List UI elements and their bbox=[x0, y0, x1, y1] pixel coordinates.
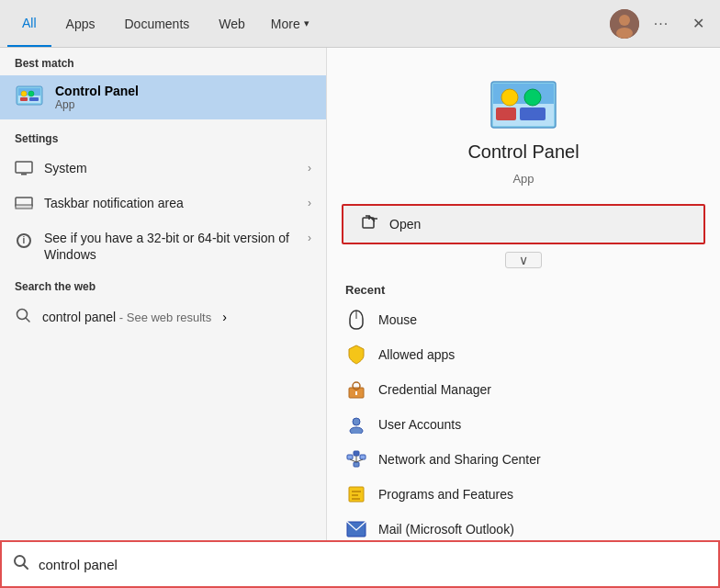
settings-item-bitness[interactable]: i See if you have a 32-bit or 64-bit ver… bbox=[0, 220, 326, 271]
user-icon bbox=[345, 413, 367, 435]
svg-rect-30 bbox=[355, 391, 357, 395]
settings-item-taskbar[interactable]: Taskbar notification area › bbox=[0, 186, 326, 220]
svg-line-46 bbox=[24, 565, 28, 570]
svg-rect-35 bbox=[360, 455, 366, 459]
content-area: Best match Control Panel bbox=[0, 48, 720, 540]
network-icon bbox=[345, 448, 367, 470]
tab-more[interactable]: More ▾ bbox=[260, 0, 321, 47]
tab-bar: All Apps Documents Web More ▾ bbox=[0, 0, 720, 48]
header-actions: ··· ✕ bbox=[610, 9, 713, 39]
svg-rect-34 bbox=[347, 455, 353, 459]
chevron-right-icon: › bbox=[308, 162, 311, 175]
recent-item-user-accounts[interactable]: User Accounts bbox=[345, 407, 702, 442]
best-match-label: Best match bbox=[0, 48, 326, 75]
svg-point-32 bbox=[350, 427, 363, 434]
svg-rect-41 bbox=[352, 491, 361, 492]
control-panel-large-icon bbox=[487, 77, 560, 132]
svg-rect-36 bbox=[354, 451, 359, 456]
expand-button[interactable]: ∨ bbox=[505, 252, 542, 268]
right-app-type: App bbox=[512, 172, 534, 186]
svg-point-6 bbox=[21, 91, 27, 96]
svg-rect-23 bbox=[520, 107, 546, 120]
open-label: Open bbox=[389, 217, 421, 232]
right-panel: Control Panel App Open ∨ bbox=[326, 48, 720, 540]
credential-icon bbox=[345, 379, 367, 401]
recent-section: Recent Mouse bbox=[327, 276, 720, 540]
svg-point-31 bbox=[353, 418, 360, 425]
search-web-icon bbox=[15, 307, 31, 326]
mouse-icon bbox=[345, 309, 367, 331]
svg-point-20 bbox=[501, 89, 518, 106]
left-panel: Best match Control Panel bbox=[0, 48, 326, 540]
chevron-right-icon: › bbox=[222, 310, 227, 324]
svg-point-7 bbox=[28, 91, 34, 96]
web-search-label: Search the web bbox=[0, 271, 326, 299]
tab-all[interactable]: All bbox=[7, 0, 51, 47]
svg-rect-9 bbox=[29, 97, 39, 101]
avatar[interactable] bbox=[610, 9, 639, 39]
svg-line-16 bbox=[26, 318, 29, 322]
app-info: Control Panel App bbox=[55, 84, 139, 111]
recent-label: Recent bbox=[345, 283, 702, 297]
svg-line-39 bbox=[356, 459, 363, 462]
web-search-text: control panel - See web results bbox=[42, 310, 211, 324]
svg-rect-42 bbox=[352, 494, 358, 496]
web-search-item[interactable]: control panel - See web results › bbox=[0, 299, 326, 334]
more-options-button[interactable]: ··· bbox=[647, 9, 676, 39]
chevron-right-icon: › bbox=[308, 232, 311, 244]
svg-point-21 bbox=[524, 89, 541, 106]
svg-rect-33 bbox=[354, 462, 359, 467]
svg-rect-22 bbox=[496, 107, 516, 120]
search-icon bbox=[13, 554, 29, 574]
search-bar bbox=[0, 540, 720, 588]
recent-item-mail[interactable]: Mail (Microsoft Outlook) bbox=[345, 512, 702, 540]
mail-icon bbox=[345, 518, 367, 540]
svg-rect-43 bbox=[352, 498, 360, 500]
settings-item-system[interactable]: System › bbox=[0, 151, 326, 186]
open-button[interactable]: Open bbox=[342, 204, 705, 244]
svg-rect-14 bbox=[16, 205, 32, 209]
svg-line-38 bbox=[350, 459, 356, 462]
svg-rect-11 bbox=[21, 174, 27, 175]
taskbar-icon bbox=[15, 194, 33, 212]
search-input[interactable] bbox=[39, 557, 707, 572]
recent-item-programs[interactable]: Programs and Features bbox=[345, 477, 702, 512]
tab-apps[interactable]: Apps bbox=[51, 0, 110, 47]
shield-yellow-icon bbox=[345, 344, 367, 366]
chevron-right-icon: › bbox=[308, 197, 311, 209]
svg-rect-10 bbox=[16, 162, 32, 173]
recent-item-allowed-apps[interactable]: Allowed apps bbox=[345, 337, 702, 372]
svg-point-1 bbox=[619, 15, 630, 26]
right-panel-top: Control Panel App bbox=[327, 48, 720, 204]
settings-label: Settings bbox=[0, 123, 326, 151]
svg-point-2 bbox=[616, 28, 633, 39]
right-app-name: Control Panel bbox=[467, 141, 579, 163]
tab-documents[interactable]: Documents bbox=[109, 0, 204, 47]
recent-item-network[interactable]: Network and Sharing Center bbox=[345, 442, 702, 477]
tab-web[interactable]: Web bbox=[204, 0, 260, 47]
svg-rect-12 bbox=[19, 173, 28, 174]
programs-icon bbox=[345, 483, 367, 505]
open-icon bbox=[362, 215, 378, 233]
close-button[interactable]: ✕ bbox=[683, 9, 713, 39]
recent-item-mouse[interactable]: Mouse bbox=[345, 302, 702, 337]
svg-rect-8 bbox=[20, 97, 28, 101]
best-match-item[interactable]: Control Panel App bbox=[0, 75, 326, 119]
chevron-down-icon: ▾ bbox=[304, 17, 309, 29]
recent-item-credential-manager[interactable]: Credential Manager bbox=[345, 372, 702, 407]
monitor-icon bbox=[15, 159, 33, 177]
control-panel-icon bbox=[15, 83, 44, 112]
info-icon: i bbox=[15, 232, 33, 250]
chevron-down-icon: ∨ bbox=[519, 253, 528, 267]
